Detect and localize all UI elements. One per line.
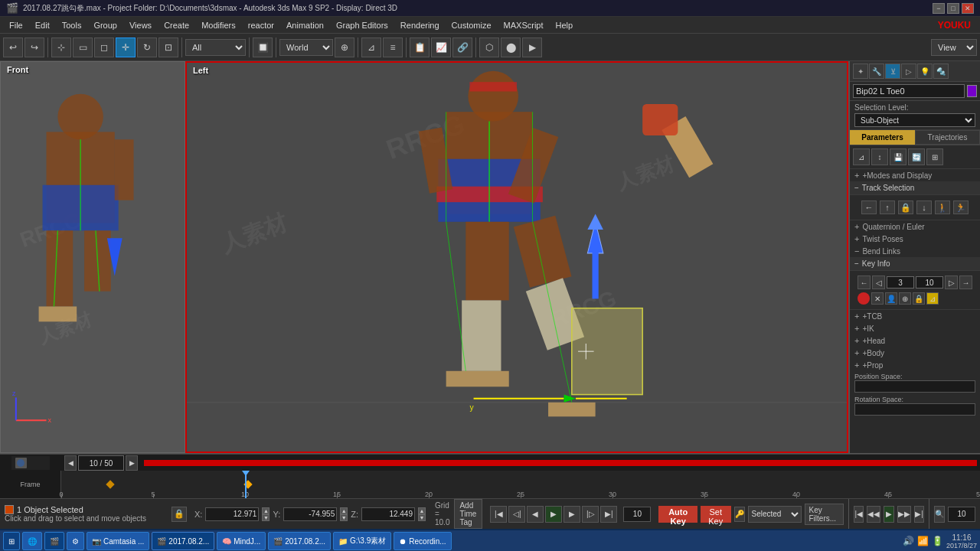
taskbar-settings[interactable]: ⚙	[67, 532, 84, 550]
select-rotate-button[interactable]: ↻	[137, 37, 157, 57]
menu-create[interactable]: Create	[158, 19, 195, 31]
modes-display-rollout[interactable]: + +Modes and Display	[850, 169, 980, 181]
timeline-inner[interactable]: 0 5 10 15 20 25 30 35 40 45 50	[61, 471, 980, 498]
key-red-dot[interactable]	[858, 292, 870, 305]
key-curve-icon[interactable]: ⊿	[926, 292, 939, 305]
selection-level-dropdown[interactable]: Sub-Object Object	[854, 113, 975, 127]
key-info-header[interactable]: − Key Info	[850, 257, 980, 271]
close-button[interactable]: ✕	[962, 3, 974, 14]
key-lock-icon[interactable]: 🔒	[913, 292, 925, 305]
z-coord-input[interactable]: 12.449	[361, 507, 415, 521]
y-up-arrow[interactable]: ▲	[340, 507, 348, 514]
motion-icon-2[interactable]: ↕	[871, 148, 888, 165]
mini-ff-button[interactable]: ▶▶	[897, 506, 911, 523]
menu-tools[interactable]: Tools	[56, 19, 88, 31]
display-tab-icon[interactable]: 💡	[917, 64, 933, 79]
taskbar-ie[interactable]: 🌐	[22, 532, 42, 550]
body-rollout[interactable]: + +Body	[850, 347, 980, 359]
taskbar-camtasia[interactable]: 📷 Camtasia ...	[87, 532, 149, 550]
prev-key-button[interactable]: ◁|	[508, 506, 525, 523]
tab-parameters[interactable]: Parameters	[850, 130, 915, 145]
x-up-arrow[interactable]: ▲	[262, 507, 270, 514]
mirror-button[interactable]: ⊿	[361, 37, 381, 57]
auto-key-button[interactable]: Auto Key	[658, 506, 697, 523]
frame-number-input[interactable]: 10	[623, 507, 651, 522]
menu-help[interactable]: Help	[550, 19, 580, 31]
clock[interactable]: 11:16 2017/8/27	[946, 533, 977, 549]
track-body-icon[interactable]: 🚶	[935, 201, 950, 214]
utilities-tab-icon[interactable]: 🔩	[933, 64, 949, 79]
track-next-button[interactable]: 🏃	[953, 201, 969, 214]
play-button[interactable]: ▶	[545, 506, 562, 523]
taskbar-folder[interactable]: 📁 G:\3.9素材	[333, 532, 391, 550]
set-key-button[interactable]: Set Key	[701, 506, 731, 523]
menu-graph-editors[interactable]: Graph Editors	[330, 19, 394, 31]
prev-frame-button[interactable]: ◀	[527, 506, 544, 523]
motion-icon-1[interactable]: ⊿	[853, 148, 870, 165]
track-selection-header[interactable]: − Track Selection	[850, 181, 980, 195]
mini-play-button[interactable]: ▶	[884, 506, 893, 523]
menu-animation[interactable]: Animation	[280, 19, 330, 31]
select-scale-button[interactable]: ⊡	[158, 37, 178, 57]
motion-icon-5[interactable]: ⊞	[926, 148, 943, 165]
select-by-name-button[interactable]: 🔲	[253, 37, 273, 57]
frame-prev-button[interactable]: ◀	[64, 455, 77, 471]
tcb-rollout[interactable]: + +TCB	[850, 310, 980, 322]
tab-trajectories[interactable]: Trajectories	[915, 130, 980, 145]
menu-file[interactable]: File	[3, 19, 29, 31]
select-object-button[interactable]: ⊹	[51, 37, 71, 57]
x-down-arrow[interactable]: ▼	[262, 514, 270, 521]
curve-editor-button[interactable]: 📈	[431, 37, 451, 57]
menu-views[interactable]: Views	[123, 19, 158, 31]
key-number-input[interactable]: 3	[887, 276, 914, 289]
selected-dropdown[interactable]: Selected All	[748, 506, 802, 523]
key-time-input[interactable]: 10	[916, 276, 943, 289]
key-prev-arrow[interactable]: ◁	[872, 276, 885, 289]
next-key-button[interactable]: |▷	[582, 506, 599, 523]
hierarchy-tab-icon[interactable]: ⊻	[885, 64, 900, 79]
menu-customize[interactable]: Customize	[446, 19, 498, 31]
motion-tab-icon[interactable]: ▷	[901, 64, 916, 79]
menu-modifiers[interactable]: Modifiers	[195, 19, 242, 31]
next-frame-button[interactable]: ▶	[564, 506, 580, 523]
select-move-button[interactable]: ✛	[116, 37, 136, 57]
position-space-input[interactable]	[854, 380, 975, 393]
key-people-icon[interactable]: 👤	[885, 292, 897, 305]
key-connect-icon[interactable]: ⊕	[899, 292, 911, 305]
render-scene-button[interactable]: ⬤	[501, 37, 521, 57]
y-coord-input[interactable]: -74.955	[283, 507, 337, 521]
minimize-button[interactable]: −	[933, 3, 945, 14]
bend-rollout[interactable]: − Bend Links	[850, 245, 980, 257]
taskbar-max1[interactable]: 🎬 2017.08.2...	[152, 532, 214, 550]
frame-next-button[interactable]: ▶	[126, 455, 138, 471]
key-next-arrow[interactable]: ▷	[945, 276, 958, 289]
track-up-button[interactable]: ↑	[880, 201, 895, 214]
lock-button[interactable]: 🔒	[172, 507, 187, 522]
add-time-tag-button[interactable]: Add Time Tag	[454, 499, 482, 529]
object-color-swatch[interactable]	[967, 85, 977, 97]
active-viewport-dropdown[interactable]: View Persp Front Left	[931, 39, 977, 56]
go-end-button[interactable]: ▶|	[600, 506, 617, 523]
frame-end-input[interactable]	[948, 507, 975, 522]
ik-rollout[interactable]: + +IK	[850, 322, 980, 334]
material-editor-button[interactable]: ⬡	[479, 37, 499, 57]
z-up-arrow[interactable]: ▲	[418, 507, 426, 514]
track-prev-button[interactable]: ←	[861, 201, 877, 214]
timeline-ruler[interactable]: 0 5 10 15 20 25 30 35 40 45 50	[61, 471, 980, 498]
mini-rewind-button[interactable]: ◀◀	[867, 506, 880, 523]
taskbar-3dsmax[interactable]: 🎬	[44, 532, 64, 550]
layer-manager-button[interactable]: 📋	[410, 37, 430, 57]
rotation-space-input[interactable]	[854, 403, 975, 416]
go-start-button[interactable]: |◀	[490, 506, 507, 523]
redo-button[interactable]: ↪	[24, 37, 44, 57]
align-button[interactable]: ≡	[383, 37, 403, 57]
motion-icon-4[interactable]: 🔄	[908, 148, 925, 165]
viewport-left[interactable]: Left RRCG 人素材 RRCG 人素材	[185, 61, 848, 453]
maximize-button[interactable]: □	[947, 3, 959, 14]
menu-rendering[interactable]: Rendering	[394, 19, 446, 31]
prop-rollout[interactable]: + +Prop	[850, 359, 980, 371]
undo-button[interactable]: ↩	[3, 37, 23, 57]
head-rollout[interactable]: + +Head	[850, 334, 980, 347]
z-down-arrow[interactable]: ▼	[418, 514, 426, 521]
menu-reactor[interactable]: reactor	[242, 19, 280, 31]
